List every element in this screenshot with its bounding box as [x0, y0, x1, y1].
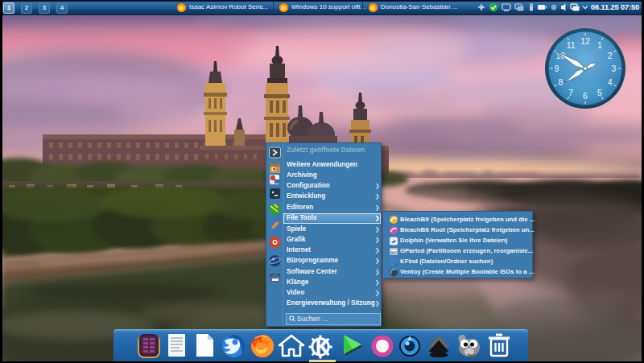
svg-text:7: 7 — [568, 88, 573, 97]
svg-text:6: 6 — [583, 91, 588, 101]
svg-text:11: 11 — [567, 40, 576, 50]
svg-text:2: 2 — [608, 51, 613, 60]
svg-text:9: 9 — [555, 64, 559, 73]
svg-text:12: 12 — [580, 36, 590, 46]
svg-text:3: 3 — [612, 64, 617, 73]
svg-text:5: 5 — [597, 88, 602, 97]
svg-text:4: 4 — [608, 77, 613, 87]
svg-text:1: 1 — [597, 40, 602, 50]
svg-text:8: 8 — [558, 77, 563, 87]
